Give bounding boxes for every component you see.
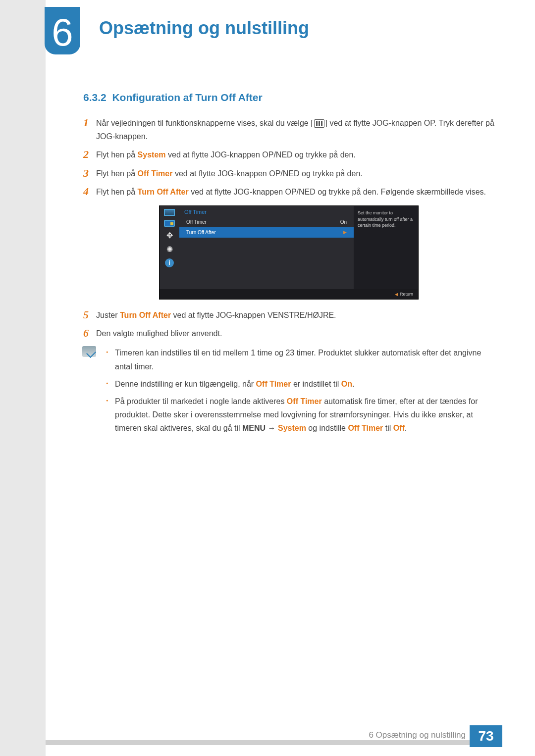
content-area: 6.3.2 Konfiguration af Turn Off After 1 … <box>83 92 494 439</box>
step-number: 3 <box>83 167 96 180</box>
note-2: Denne indstilling er kun tilgængelig, nå… <box>105 377 494 391</box>
step-2: 2 Flyt hen på System ved at flytte JOG-k… <box>83 148 494 161</box>
chapter-number: 6 <box>52 13 73 51</box>
section-number: 6.3.2 <box>83 92 107 103</box>
chevron-right-icon: ▶ <box>343 230 347 235</box>
step-number: 6 <box>83 327 96 340</box>
osd-list-header: Off Timer <box>179 206 354 217</box>
osd-list: Off Timer Off Timer On Turn Off After ▶ <box>179 206 354 289</box>
step-5: 5 Juster Turn Off After ved at flytte JO… <box>83 308 494 322</box>
step-text: Flyt hen på Turn Off After ved at flytte… <box>96 185 486 199</box>
step-number: 4 <box>83 185 96 199</box>
menu-icon <box>314 119 324 128</box>
step-1: 1 Når vejledningen til funktionsknappern… <box>83 116 494 143</box>
left-margin <box>0 0 46 756</box>
settings-icon: ✺ <box>163 245 175 254</box>
osd-description: Set the monitor to automatically turn of… <box>354 206 418 289</box>
footer-text: 6 Opsætning og nulstilling <box>369 730 466 740</box>
note-block: Timeren kan indstilles til en tid mellem… <box>83 346 494 439</box>
osd-main: Off Timer Off Timer On Turn Off After ▶ … <box>179 206 418 289</box>
chapter-title: Opsætning og nulstilling <box>99 18 309 39</box>
move-icon: ✥ <box>163 231 175 241</box>
step-text: Flyt hen på Off Timer ved at flytte JOG-… <box>96 167 363 180</box>
note-1: Timeren kan indstilles til en tid mellem… <box>105 346 494 373</box>
step-number: 1 <box>83 116 96 143</box>
step-number: 5 <box>83 308 96 322</box>
info-icon: i <box>165 258 174 267</box>
osd-screenshot: ✥ ✺ i Off Timer Off Timer On Turn <box>83 205 494 300</box>
screen-icon <box>164 220 175 227</box>
step-3: 3 Flyt hen på Off Timer ved at flytte JO… <box>83 167 494 180</box>
step-4: 4 Flyt hen på Turn Off After ved at flyt… <box>83 185 494 199</box>
osd-panel: ✥ ✺ i Off Timer Off Timer On Turn <box>159 205 419 300</box>
note-icon <box>82 346 96 357</box>
step-text: Flyt hen på System ved at flytte JOG-kna… <box>96 148 356 161</box>
note-list: Timeren kan indstilles til en tid mellem… <box>105 346 494 439</box>
picture-icon <box>164 209 175 216</box>
osd-sidebar: ✥ ✺ i <box>160 206 179 289</box>
chapter-badge: 6 <box>45 7 80 54</box>
note-3: På produkter til markedet i nogle lande … <box>105 395 494 435</box>
step-list: 1 Når vejledningen til funktionsknappern… <box>83 116 494 340</box>
footer-bar <box>46 740 501 745</box>
chevron-left-icon: ◀ <box>395 292 398 297</box>
section-title: Konfiguration af Turn Off After <box>112 92 262 103</box>
osd-item-offtimer: Off Timer On <box>179 217 354 227</box>
osd-footer: ◀Return <box>160 289 418 299</box>
osd-item-turnoffafter: Turn Off After ▶ <box>179 227 354 238</box>
step-6: 6 Den valgte mulighed bliver anvendt. <box>83 327 494 340</box>
page-number: 73 <box>470 725 502 747</box>
step-text: Den valgte mulighed bliver anvendt. <box>96 327 222 340</box>
step-text: Når vejledningen til funktionsknapperne … <box>96 116 494 143</box>
step-number: 2 <box>83 148 96 161</box>
step-text: Juster Turn Off After ved at flytte JOG-… <box>96 308 336 322</box>
section-heading: 6.3.2 Konfiguration af Turn Off After <box>83 92 494 103</box>
